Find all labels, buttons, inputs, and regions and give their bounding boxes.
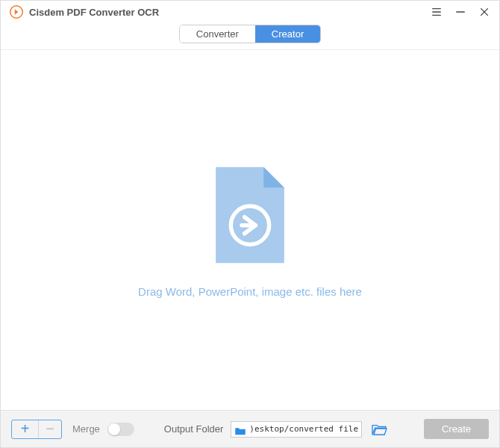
output-folder-path: )esktop/converted file	[249, 424, 358, 434]
merge-label: Merge	[72, 423, 100, 435]
create-button[interactable]: Create	[424, 419, 489, 439]
minimize-icon[interactable]	[454, 6, 466, 18]
titlebar: Cisdem PDF Converter OCR	[1, 1, 499, 23]
drop-hint-text: Drag Word, PowerPoint, image etc. files …	[138, 285, 362, 298]
window-controls	[431, 6, 490, 18]
bottom-toolbar: + − Merge Output Folder )esktop/converte…	[1, 410, 499, 447]
folder-icon	[234, 425, 246, 434]
mode-tabs-row: Converter Creator	[1, 23, 499, 50]
output-folder-field[interactable]: )esktop/converted file	[231, 421, 362, 438]
add-remove-group: + −	[11, 420, 62, 439]
menu-icon[interactable]	[431, 6, 443, 18]
add-file-button[interactable]: +	[12, 420, 39, 438]
document-icon	[209, 163, 291, 270]
app-title: Cisdem PDF Converter OCR	[29, 7, 431, 18]
app-window: Cisdem PDF Converter OCR Converter Creat…	[0, 0, 500, 448]
close-icon[interactable]	[478, 6, 490, 18]
output-folder-label: Output Folder	[164, 423, 224, 435]
remove-file-button[interactable]: −	[39, 420, 61, 438]
mode-tabs: Converter Creator	[179, 25, 321, 43]
app-logo-icon	[10, 5, 23, 19]
drop-area[interactable]: Drag Word, PowerPoint, image etc. files …	[1, 50, 499, 410]
tab-converter[interactable]: Converter	[180, 25, 255, 43]
browse-folder-button[interactable]	[371, 423, 387, 436]
merge-toggle[interactable]	[107, 423, 134, 436]
tab-creator[interactable]: Creator	[255, 25, 320, 43]
